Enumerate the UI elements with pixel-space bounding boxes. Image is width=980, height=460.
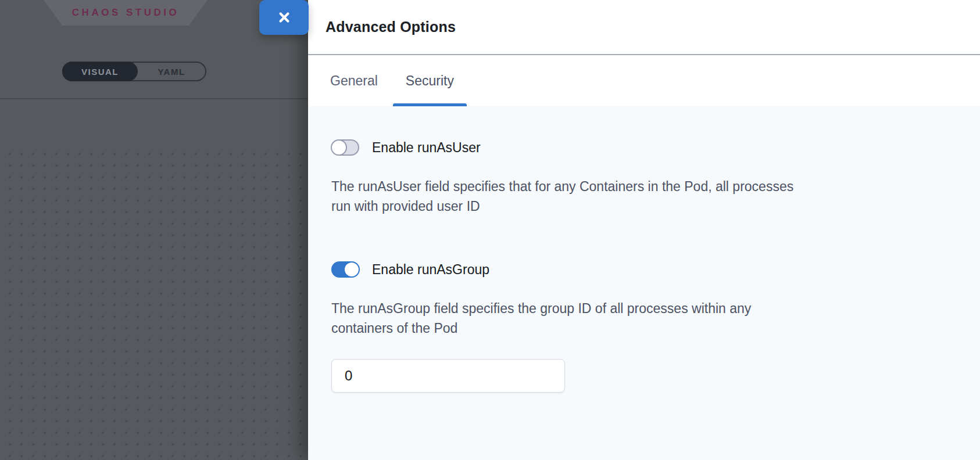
- tab-visual[interactable]: VISUAL: [62, 62, 138, 81]
- drawer-header: Advanced Options: [308, 0, 980, 55]
- tab-yaml[interactable]: YAML: [138, 63, 205, 80]
- runasuser-toggle-knob: [331, 139, 347, 156]
- close-icon: [276, 9, 292, 26]
- close-drawer-button[interactable]: [259, 0, 309, 35]
- toolbar-divider: [0, 98, 308, 99]
- runasuser-description: The runAsUser field specifies that for a…: [331, 177, 957, 216]
- chaos-studio-logo-text: CHAOS STUDIO: [72, 7, 179, 19]
- runasgroup-description: The runAsGroup field specifies the group…: [331, 299, 957, 338]
- visual-yaml-switcher[interactable]: VISUAL YAML: [62, 62, 206, 81]
- runasgroup-toggle-label: Enable runAsGroup: [372, 262, 489, 278]
- drawer-tabs: General Security: [308, 55, 980, 106]
- runasuser-section: Enable runAsUser The runAsUser field spe…: [331, 139, 957, 216]
- editor-background: CHAOS STUDIO VISUAL YAML: [0, 0, 308, 460]
- dot-grid-canvas: [0, 145, 308, 460]
- tab-general-label: General: [330, 73, 378, 89]
- advanced-options-drawer: Advanced Options General Security Enable…: [308, 0, 980, 460]
- runasuser-toggle[interactable]: [331, 139, 359, 156]
- runasgroup-section: Enable runAsGroup The runAsGroup field s…: [331, 261, 957, 393]
- tab-visual-label: VISUAL: [81, 67, 119, 77]
- tab-security[interactable]: Security: [393, 55, 467, 106]
- tab-security-label: Security: [406, 73, 454, 89]
- runasuser-toggle-label: Enable runAsUser: [372, 140, 481, 156]
- security-tab-panel: Enable runAsUser The runAsUser field spe…: [308, 106, 980, 460]
- runasuser-toggle-row: Enable runAsUser: [331, 139, 957, 156]
- chaos-studio-logo: CHAOS STUDIO: [44, 0, 208, 26]
- runasgroup-toggle-row: Enable runAsGroup: [331, 261, 957, 278]
- tab-yaml-label: YAML: [158, 67, 185, 77]
- tab-general[interactable]: General: [317, 55, 391, 106]
- runasgroup-toggle-knob: [344, 261, 360, 278]
- runasgroup-value-input[interactable]: [331, 359, 565, 393]
- drawer-title: Advanced Options: [326, 19, 456, 35]
- runasgroup-toggle[interactable]: [331, 261, 359, 278]
